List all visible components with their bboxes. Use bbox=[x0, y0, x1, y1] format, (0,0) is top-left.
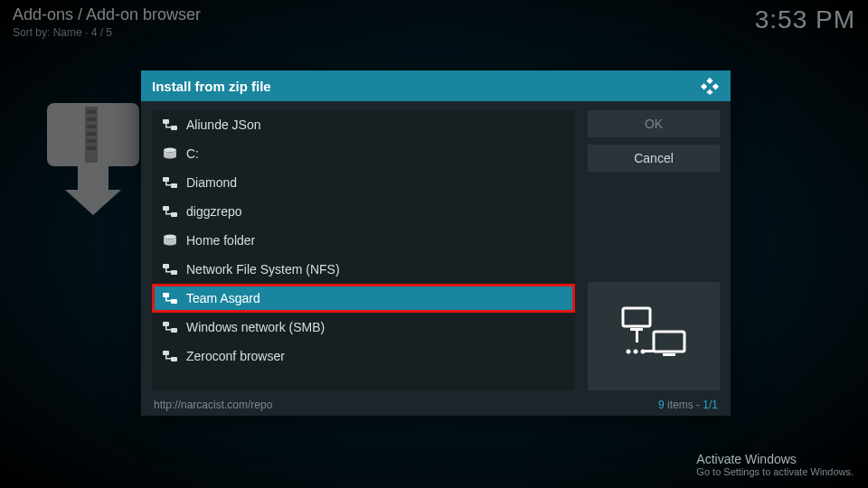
file-row[interactable]: Diamond bbox=[152, 168, 575, 197]
network-computers-icon bbox=[618, 305, 690, 368]
item-count: 9 items - 1/1 bbox=[658, 399, 718, 411]
svg-point-44 bbox=[641, 350, 646, 354]
svg-rect-25 bbox=[165, 271, 172, 273]
network-share-icon bbox=[163, 118, 177, 131]
file-row-label: Aliunde JSon bbox=[186, 117, 261, 132]
svg-rect-40 bbox=[654, 332, 684, 352]
svg-rect-23 bbox=[171, 270, 177, 275]
network-share-icon bbox=[163, 292, 177, 305]
svg-rect-34 bbox=[163, 351, 169, 355]
svg-point-21 bbox=[164, 235, 176, 239]
svg-point-43 bbox=[634, 350, 638, 354]
install-from-zip-dialog: Install from zip file Aliunde JSonC:Diam… bbox=[141, 70, 731, 416]
svg-rect-27 bbox=[171, 299, 177, 304]
svg-rect-26 bbox=[163, 293, 169, 297]
file-row[interactable]: Windows network (SMB) bbox=[152, 313, 575, 342]
network-share-icon bbox=[163, 205, 177, 218]
file-row[interactable]: C: bbox=[152, 139, 575, 168]
svg-rect-22 bbox=[163, 264, 169, 268]
svg-rect-16 bbox=[165, 184, 172, 186]
svg-rect-17 bbox=[163, 206, 169, 211]
svg-rect-8 bbox=[163, 119, 169, 124]
network-share-icon bbox=[163, 321, 177, 333]
svg-rect-37 bbox=[165, 358, 172, 360]
svg-rect-35 bbox=[171, 357, 177, 361]
svg-point-42 bbox=[627, 350, 631, 354]
ok-button[interactable]: OK bbox=[588, 110, 720, 137]
windows-activation-watermark: Activate Windows Go to Settings to activ… bbox=[696, 452, 854, 477]
svg-rect-20 bbox=[165, 213, 172, 215]
file-row-label: C: bbox=[186, 146, 199, 161]
svg-point-12 bbox=[164, 148, 176, 153]
svg-rect-33 bbox=[165, 329, 172, 331]
file-row-label: Network File System (NFS) bbox=[186, 262, 340, 277]
network-share-icon bbox=[163, 263, 177, 276]
file-row-label: Windows network (SMB) bbox=[186, 320, 325, 334]
file-row[interactable]: Aliunde JSon bbox=[152, 110, 575, 139]
file-row[interactable]: Zeroconf browser bbox=[152, 342, 575, 371]
file-row[interactable]: Network File System (NFS) bbox=[152, 255, 575, 284]
svg-rect-45 bbox=[645, 350, 654, 352]
network-share-icon bbox=[163, 350, 177, 362]
file-list[interactable]: Aliunde JSonC:DiamonddiggzrepoHome folde… bbox=[152, 110, 575, 390]
disk-icon bbox=[163, 147, 177, 160]
file-row-label: Zeroconf browser bbox=[186, 349, 285, 363]
svg-rect-29 bbox=[165, 300, 172, 302]
file-row-label: Home folder bbox=[186, 233, 255, 248]
network-share-icon bbox=[163, 176, 177, 189]
svg-rect-9 bbox=[171, 126, 177, 130]
file-row-label: Team Asgard bbox=[186, 291, 260, 305]
svg-rect-38 bbox=[623, 308, 650, 326]
svg-rect-30 bbox=[163, 322, 169, 326]
svg-rect-11 bbox=[165, 127, 172, 128]
file-row[interactable]: diggzrepo bbox=[152, 197, 575, 226]
svg-rect-18 bbox=[171, 212, 177, 217]
file-row[interactable]: Home folder bbox=[152, 226, 575, 255]
current-path: http://narcacist.com/repo bbox=[154, 399, 272, 411]
file-row[interactable]: Team Asgard bbox=[152, 284, 575, 313]
file-row-label: Diamond bbox=[186, 175, 237, 190]
kodi-logo-icon bbox=[700, 75, 720, 98]
svg-rect-41 bbox=[663, 353, 675, 356]
dialog-title: Install from zip file bbox=[152, 79, 271, 94]
file-row-label: diggzrepo bbox=[186, 204, 242, 219]
svg-rect-46 bbox=[636, 330, 638, 343]
svg-rect-31 bbox=[171, 328, 177, 333]
disk-icon bbox=[163, 234, 177, 247]
cancel-button[interactable]: Cancel bbox=[588, 145, 720, 172]
preview-pane bbox=[588, 282, 720, 390]
svg-rect-13 bbox=[163, 177, 169, 182]
svg-rect-14 bbox=[171, 183, 177, 188]
